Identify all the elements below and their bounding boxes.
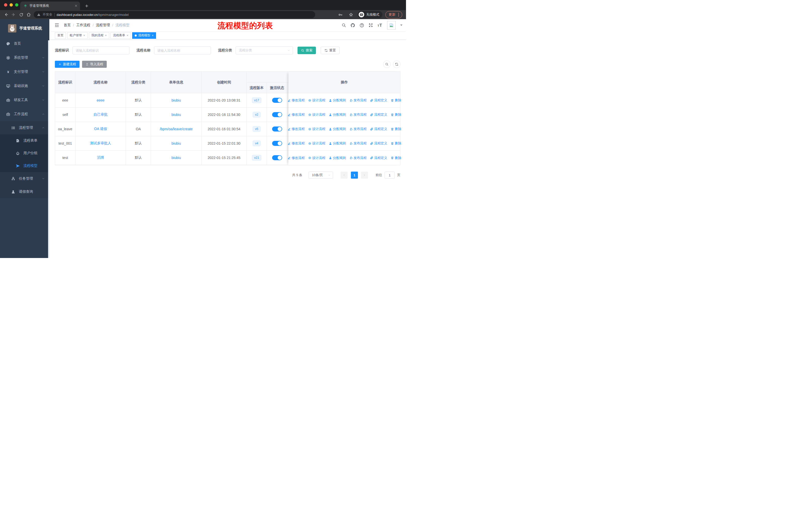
active-status-toggle[interactable] xyxy=(272,112,282,117)
process-definition-link[interactable]: 流程定义 xyxy=(370,112,387,117)
breadcrumb-item[interactable]: 工作流程 xyxy=(76,23,90,27)
breadcrumb-item[interactable]: 流程管理 xyxy=(96,23,110,27)
sidebar-item-infrastructure[interactable]: 基础设施 xyxy=(0,79,49,93)
header-search-icon[interactable] xyxy=(342,23,346,27)
form-info-link[interactable]: biubiu xyxy=(171,98,181,102)
sidebar-item-system[interactable]: 系统管理 xyxy=(0,51,49,65)
process-definition-link[interactable]: 流程定义 xyxy=(370,127,387,131)
collapse-sidebar-icon[interactable] xyxy=(54,23,59,28)
publish-process-link[interactable]: 发布流程 xyxy=(349,156,367,160)
close-icon[interactable]: × xyxy=(152,34,153,37)
sidebar-item-payment[interactable]: ¥ 支付管理 xyxy=(0,65,49,79)
sidebar-item-user-group[interactable]: 用户分组 xyxy=(0,147,49,160)
tag-my-process[interactable]: 我的流程× xyxy=(89,32,109,39)
back-icon[interactable] xyxy=(2,11,10,19)
tab-close-icon[interactable] xyxy=(75,4,78,7)
sidebar-item-task-management[interactable]: 任务管理 xyxy=(0,172,49,185)
refresh-list-button[interactable] xyxy=(393,60,401,68)
edit-process-link[interactable]: 修改流程 xyxy=(287,98,305,103)
edit-process-link[interactable]: 修改流程 xyxy=(287,112,305,117)
forward-icon[interactable] xyxy=(10,11,18,19)
category-select[interactable]: 流程分类 xyxy=(236,46,293,54)
sidebar-item-home[interactable]: 首页 xyxy=(0,36,49,51)
sidebar-item-process-form[interactable]: 流程表单 xyxy=(0,134,49,147)
active-status-toggle[interactable] xyxy=(272,141,282,146)
tag-home[interactable]: 首页 xyxy=(55,32,66,39)
process-definition-link[interactable]: 流程定义 xyxy=(370,98,387,103)
active-status-toggle[interactable] xyxy=(272,98,282,103)
process-name-link[interactable]: 测试多审批人 xyxy=(90,141,111,146)
security-label[interactable]: 不安全 xyxy=(42,12,52,17)
close-icon[interactable]: × xyxy=(105,34,107,37)
edit-process-link[interactable]: 修改流程 xyxy=(287,127,305,131)
url-bar[interactable]: 不安全 dashboard.yudao.iocoder.cn/bpm/manag… xyxy=(34,11,315,18)
browser-tab[interactable]: 芋道管理系统 xyxy=(20,1,80,10)
password-key-icon[interactable] xyxy=(337,11,344,19)
edit-process-link[interactable]: 修改流程 xyxy=(287,141,305,146)
tag-process-form[interactable]: 流程表单× xyxy=(111,32,131,39)
github-icon[interactable] xyxy=(350,23,355,28)
update-chrome-button[interactable]: 更新 xyxy=(385,11,402,19)
assign-rule-link[interactable]: 分配规则 xyxy=(329,127,346,131)
sidebar-scrollbar[interactable] xyxy=(48,40,49,258)
close-icon[interactable]: × xyxy=(126,34,128,37)
form-info-link[interactable]: biubiu xyxy=(171,156,181,160)
form-info-link[interactable]: biubiu xyxy=(171,113,181,117)
process-definition-link[interactable]: 流程定义 xyxy=(370,156,387,160)
minimize-window-button[interactable] xyxy=(9,3,13,6)
reset-button[interactable]: 重置 xyxy=(321,47,340,54)
browser-menu-icon[interactable] xyxy=(398,13,399,17)
font-size-icon[interactable]: TT xyxy=(377,23,383,28)
delete-link[interactable]: 删除 xyxy=(390,98,402,103)
sidebar-item-leave-query[interactable]: 请假查询 xyxy=(0,185,49,198)
design-process-link[interactable]: 设计流程 xyxy=(308,156,325,160)
publish-process-link[interactable]: 发布流程 xyxy=(349,112,367,117)
avatar-caret-icon[interactable] xyxy=(400,24,403,26)
active-status-toggle[interactable] xyxy=(272,155,282,160)
design-process-link[interactable]: 设计流程 xyxy=(308,98,325,103)
show-search-toggle-button[interactable] xyxy=(383,60,390,68)
import-process-button[interactable]: 导入流程 xyxy=(82,61,107,68)
delete-link[interactable]: 删除 xyxy=(390,127,402,131)
help-icon[interactable] xyxy=(359,23,364,28)
publish-process-link[interactable]: 发布流程 xyxy=(349,141,367,146)
delete-link[interactable]: 删除 xyxy=(390,156,402,160)
close-window-button[interactable] xyxy=(4,3,7,6)
sidebar-item-workflow[interactable]: 工作流程 xyxy=(0,107,49,121)
form-info-link[interactable]: /bpm/oa/leave/create xyxy=(160,127,193,131)
goto-page-input[interactable] xyxy=(385,171,395,179)
fullscreen-icon[interactable] xyxy=(369,23,373,27)
design-process-link[interactable]: 设计流程 xyxy=(308,112,325,117)
app-logo[interactable]: 芋道管理系统 xyxy=(0,19,49,36)
url-text[interactable]: dashboard.yudao.iocoder.cn/bpm/manager/m… xyxy=(57,13,128,17)
bookmark-star-icon[interactable] xyxy=(347,11,355,19)
next-page-button[interactable] xyxy=(361,171,368,179)
current-page-button[interactable]: 1 xyxy=(351,171,358,179)
window-controls[interactable] xyxy=(4,3,18,6)
new-tab-button[interactable] xyxy=(83,2,90,9)
tag-process-model[interactable]: 流程模型× xyxy=(132,32,156,39)
process-definition-link[interactable]: 流程定义 xyxy=(370,141,387,146)
process-name-link[interactable]: 自己审批 xyxy=(94,112,108,117)
breadcrumb-item[interactable]: 首页 xyxy=(64,23,71,27)
sidebar-item-process-model[interactable]: 流程模型 xyxy=(0,160,49,172)
process-name-link[interactable]: eeee xyxy=(97,98,105,102)
publish-process-link[interactable]: 发布流程 xyxy=(349,98,367,103)
create-process-button[interactable]: 新建流程 xyxy=(55,61,80,68)
search-button[interactable]: 搜索 xyxy=(297,47,316,54)
avatar[interactable] xyxy=(387,21,396,29)
active-status-toggle[interactable] xyxy=(272,127,282,132)
reload-icon[interactable] xyxy=(18,11,25,19)
assign-rule-link[interactable]: 分配规则 xyxy=(329,141,346,146)
process-name-input[interactable] xyxy=(154,46,211,54)
sidebar-item-dev-tools[interactable]: 研发工具 xyxy=(0,93,49,107)
prev-page-button[interactable] xyxy=(341,171,348,179)
assign-rule-link[interactable]: 分配规则 xyxy=(329,112,346,117)
design-process-link[interactable]: 设计流程 xyxy=(308,141,325,146)
form-info-link[interactable]: biubiu xyxy=(171,141,181,145)
close-icon[interactable]: × xyxy=(83,34,85,37)
page-size-select[interactable]: 10条/页 xyxy=(309,171,333,179)
home-icon[interactable] xyxy=(25,11,32,19)
design-process-link[interactable]: 设计流程 xyxy=(308,127,325,131)
process-name-link[interactable]: 滔博 xyxy=(97,156,104,160)
